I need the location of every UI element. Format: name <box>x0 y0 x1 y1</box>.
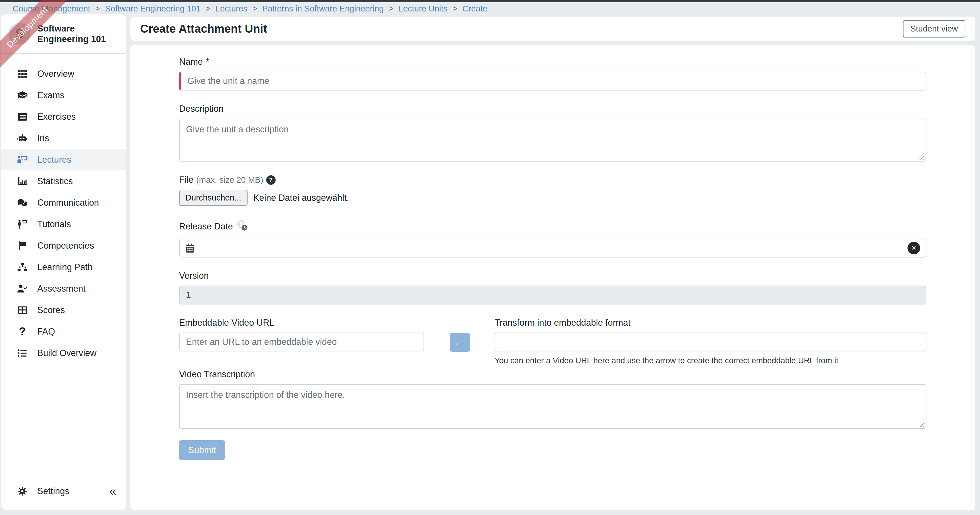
release-date-input[interactable] <box>179 238 926 258</box>
sidebar-item-communication[interactable]: Communication <box>1 192 126 213</box>
transform-help-text: You can enter a Video URL here and use t… <box>495 356 926 365</box>
course-sidebar: S Software Engineering 101 Overview Exam… <box>1 14 126 510</box>
video-url-row: Embeddable Video URL ← Transform into em… <box>179 318 926 365</box>
description-group: Description <box>179 104 926 162</box>
sidebar-item-label: Scores <box>37 305 65 315</box>
chart-column-icon <box>16 176 29 187</box>
transcription-textarea[interactable] <box>179 384 926 429</box>
sidebar-item-build-overview[interactable]: Build Overview <box>1 342 126 364</box>
sidebar-item-label: Build Overview <box>37 348 97 358</box>
file-label-text: File <box>179 175 193 185</box>
list-ul-icon <box>16 347 29 359</box>
sidebar-item-label: Learning Path <box>37 262 92 272</box>
browse-file-button[interactable]: Durchsuchen... <box>179 190 248 206</box>
name-input[interactable] <box>179 72 926 91</box>
sidebar-item-overview[interactable]: Overview <box>1 63 126 84</box>
course-initial: S <box>15 27 24 41</box>
list-box-icon <box>16 111 29 122</box>
breadcrumb: Course Management > Software Engineering… <box>0 2 980 15</box>
version-label-text: Version <box>179 271 208 281</box>
top-navbar-edge <box>0 0 980 2</box>
sidebar-item-competencies[interactable]: Competencies <box>1 235 126 256</box>
description-textarea[interactable] <box>179 119 926 162</box>
name-label: Name * <box>179 57 926 67</box>
sidebar-item-learning-path[interactable]: Learning Path <box>1 256 126 278</box>
transcription-label-text: Video Transcription <box>179 369 255 380</box>
sidebar-item-label: Statistics <box>37 176 73 186</box>
sidebar-item-lectures[interactable]: Lectures <box>1 149 126 170</box>
sidebar-item-statistics[interactable]: Statistics <box>1 170 126 192</box>
sidebar-item-label: Communication <box>37 198 99 208</box>
sidebar-item-settings[interactable]: Settings « <box>1 480 126 502</box>
sidebar-item-faq[interactable]: ? FAQ <box>1 321 126 342</box>
sidebar-item-label: Tutorials <box>37 219 71 229</box>
course-title: Software Engineering 101 <box>37 23 120 45</box>
submit-button[interactable]: Submit <box>179 440 225 460</box>
transform-arrow-button[interactable]: ← <box>450 333 470 352</box>
sidebar-item-exams[interactable]: Exams <box>1 84 126 106</box>
version-group: Version <box>179 271 926 305</box>
sidebar-item-iris[interactable]: Iris <box>1 127 126 149</box>
breadcrumb-separator: > <box>95 4 100 13</box>
sidebar-item-label: Overview <box>37 69 74 79</box>
video-url-label-text: Embeddable Video URL <box>179 318 274 328</box>
name-label-text: Name <box>179 57 203 67</box>
calendar-icon[interactable] <box>184 242 196 254</box>
breadcrumb-course[interactable]: Software Engineering 101 <box>105 4 201 13</box>
transform-label-text: Transform into embeddable format <box>495 318 630 328</box>
sidebar-item-label: FAQ <box>37 326 55 337</box>
person-board-icon <box>16 219 29 230</box>
breadcrumb-lecture-units[interactable]: Lecture Units <box>399 4 448 13</box>
sidebar-item-scores[interactable]: Scores <box>1 299 126 321</box>
breadcrumb-separator: > <box>206 4 210 13</box>
description-label: Description <box>179 104 926 114</box>
help-circle-icon[interactable]: ? <box>266 175 276 185</box>
transcription-group: Video Transcription <box>179 369 926 429</box>
breadcrumb-lecture[interactable]: Patterns in Software Engineering <box>262 4 384 13</box>
breadcrumb-create[interactable]: Create <box>463 4 487 13</box>
sidebar-item-exercises[interactable]: Exercises <box>1 106 126 127</box>
video-url-input[interactable] <box>179 332 424 351</box>
sidebar-item-tutorials[interactable]: Tutorials <box>1 213 126 235</box>
settings-label: Settings <box>37 486 69 496</box>
page-title: Create Attachment Unit <box>140 22 267 35</box>
timezone-globe-clock-icon <box>236 219 248 234</box>
sitemap-icon <box>16 262 29 273</box>
collapse-sidebar-icon[interactable]: « <box>110 485 116 498</box>
course-header: S Software Engineering 101 <box>1 14 126 54</box>
breadcrumb-separator: > <box>453 4 457 13</box>
breadcrumb-separator: > <box>253 4 257 13</box>
file-input: Durchsuchen... Keine Datei ausgewählt. <box>179 190 926 206</box>
sidebar-item-label: Lectures <box>37 155 72 165</box>
x-icon: ✕ <box>911 245 916 251</box>
version-label: Version <box>179 271 926 281</box>
sidebar-item-assessment[interactable]: Assessment <box>1 278 126 299</box>
file-size-hint: (max. size 20 MB) <box>196 175 263 185</box>
student-view-button[interactable]: Student view <box>903 20 966 38</box>
clear-date-button[interactable]: ✕ <box>907 242 920 254</box>
robot-icon <box>16 133 29 144</box>
transform-input[interactable] <box>495 332 926 351</box>
sidebar-item-label: Competencies <box>37 241 94 251</box>
release-date-label: Release Date <box>179 219 926 234</box>
question-icon: ? <box>16 325 29 338</box>
user-check-icon <box>16 283 29 294</box>
breadcrumb-lectures[interactable]: Lectures <box>215 4 247 13</box>
flag-icon <box>16 240 29 251</box>
breadcrumb-course-management[interactable]: Course Management <box>13 4 90 13</box>
sidebar-item-label: Exams <box>37 90 64 100</box>
sidebar-item-label: Assessment <box>37 284 86 294</box>
file-group: File (max. size 20 MB) ? Durchsuchen... … <box>179 175 926 206</box>
table-cells-icon <box>16 68 29 79</box>
video-url-label: Embeddable Video URL <box>179 318 424 328</box>
transform-label: Transform into embeddable format <box>495 318 926 328</box>
person-chalkboard-icon <box>16 154 29 165</box>
graduation-cap-icon <box>16 90 29 101</box>
release-date-group: Release Date <box>179 219 926 258</box>
no-file-selected-text: Keine Datei ausgewählt. <box>253 193 349 203</box>
transcription-label: Video Transcription <box>179 369 926 380</box>
required-marker: * <box>206 57 209 67</box>
name-group: Name * <box>179 57 926 91</box>
file-label: File (max. size 20 MB) ? <box>179 175 926 185</box>
sidebar-item-label: Exercises <box>37 112 76 122</box>
